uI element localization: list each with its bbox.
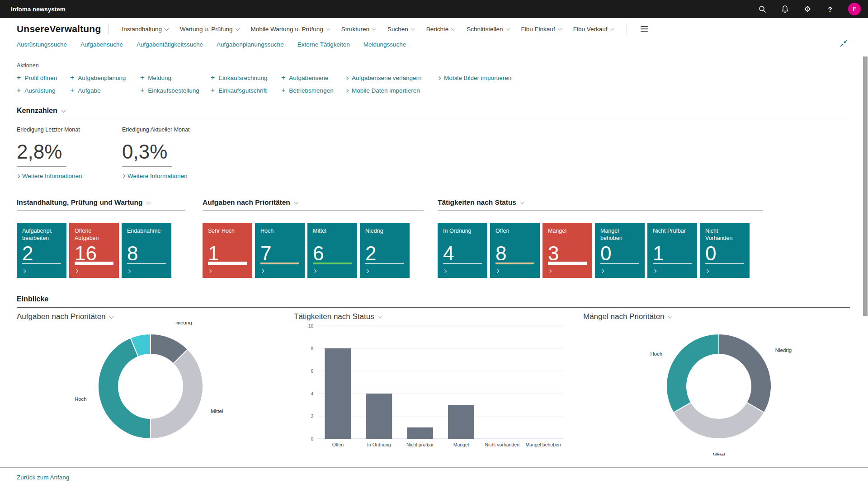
cue-tile-mangel[interactable]: Mangel3	[542, 223, 592, 278]
action-column: +Einkaufsrechnung+Einkaufsgutschrift	[211, 73, 281, 96]
tile-value: 0	[600, 244, 639, 263]
cue-tile-offen[interactable]: Offen8	[490, 223, 540, 278]
action-column: Mobile Bilder importieren	[438, 73, 511, 96]
tile-value: 6	[313, 244, 352, 263]
kennzahlen-header[interactable]: Kennzahlen	[17, 107, 850, 115]
tile-group-header[interactable]: Aufgaben nach Prioritäten	[203, 198, 438, 206]
tile-status-bar	[22, 263, 61, 264]
search-icon[interactable]	[758, 5, 767, 14]
tile-group-title: Instandhaltung, Prüfung und Wartung	[17, 198, 142, 206]
action-einkaufsrechnung[interactable]: +Einkaufsrechnung	[211, 73, 281, 83]
cue-tile-niedrig[interactable]: Niedrig2	[360, 223, 410, 278]
nav-item-label: Fibu Einkauf	[521, 26, 555, 33]
einblicke-title: Einblicke	[17, 295, 48, 303]
action-mobile-daten-importieren[interactable]: Mobile Daten importieren	[345, 85, 438, 96]
nav-item-schnittstellen[interactable]: Schnittstellen	[461, 24, 515, 34]
chevron-right-icon	[443, 269, 447, 273]
tile-label: Niedrig	[365, 227, 404, 242]
nav-item-label: Suchen	[387, 26, 408, 33]
settings-gear-icon[interactable]: ⚙	[803, 5, 812, 14]
actions-label: Aktionen	[17, 62, 850, 69]
main-navigation: UnsereVerwaltung InstandhaltungWartung u…	[0, 18, 868, 38]
action-aufgabe[interactable]: +Aufgabe	[70, 85, 140, 96]
subnav-item-ausrüstungssuche[interactable]: Ausrüstungssuche	[17, 41, 67, 48]
chevron-right-icon	[653, 269, 656, 273]
subnav-item-meldungssuche[interactable]: Meldungssuche	[363, 41, 406, 48]
action-aufgabenserie-verlängern[interactable]: Aufgabenserie verlängern	[345, 73, 438, 83]
nav-item-suchen[interactable]: Suchen	[382, 24, 420, 34]
action-label: Einkaufsgutschrift	[218, 87, 267, 94]
subnav-item-externe-tätigkeiten[interactable]: Externe Tätigkeiten	[297, 41, 350, 48]
subnav-item-aufgabensuche[interactable]: Aufgabensuche	[80, 41, 123, 48]
chevron-right-icon	[208, 269, 212, 273]
cue-tile-in-ordnung[interactable]: In Ordnung4	[438, 223, 487, 278]
tile-row: Sehr Hoch1Hoch7Mittel6Niedrig2	[203, 223, 438, 278]
action-aufgabenserie[interactable]: +Aufgabenserie	[281, 73, 345, 83]
chevron-right-icon	[437, 76, 441, 80]
tile-value: 2	[22, 244, 61, 263]
chart-title[interactable]: Aufgaben nach Prioritäten	[17, 312, 294, 321]
cue-tile-offene-aufgaben[interactable]: Offene Aufgaben16	[69, 223, 119, 278]
cue-tile-endabnahme[interactable]: Endabnahme8	[122, 223, 171, 278]
subnav-item-aufgabenplanungssuche[interactable]: Aufgabenplanungssuche	[217, 41, 284, 48]
nav-item-strukturen[interactable]: Strukturen	[335, 24, 382, 34]
cue-tile-mittel[interactable]: Mittel6	[307, 223, 357, 278]
more-options-hamburger-icon[interactable]	[641, 26, 648, 32]
action-einkaufsbestellung[interactable]: +Einkaufsbestellung	[140, 85, 211, 96]
tile-status-bar	[313, 263, 352, 264]
notifications-bell-icon[interactable]	[780, 5, 789, 14]
help-icon[interactable]: ?	[826, 5, 835, 14]
tile-group-header[interactable]: Instandhaltung, Prüfung und Wartung	[17, 198, 203, 206]
subnav-item-aufgabentätigkeitssuche[interactable]: Aufgabentätigkeitssuche	[137, 41, 203, 48]
kpi-more-info-link[interactable]: Weitere Informationen	[122, 173, 207, 179]
nav-item-fibu-verkauf[interactable]: Fibu Verkauf	[567, 24, 620, 34]
action-betriebsmengen[interactable]: +Betriebsmengen	[281, 85, 345, 96]
chart-title[interactable]: Mängel nach Prioritäten	[583, 312, 850, 321]
chevron-down-icon	[410, 26, 415, 31]
nav-item-instandhaltung[interactable]: Instandhaltung	[116, 24, 174, 34]
tile-status-bar	[705, 263, 744, 264]
chart-title[interactable]: Tätigkeiten nach Status	[294, 312, 583, 321]
cue-tile-mangel-behoben[interactable]: Mangel behoben0	[595, 223, 645, 278]
tile-value: 16	[75, 244, 113, 263]
tile-value: 4	[443, 244, 482, 263]
action-mobile-bilder-importieren[interactable]: Mobile Bilder importieren	[438, 73, 511, 83]
tile-label: Nicht Vorhanden	[705, 227, 744, 242]
cue-tile-nicht-prüfbar[interactable]: Nicht Prüfbar1	[647, 223, 697, 278]
chevron-right-icon	[313, 269, 316, 273]
nav-item-fibu-einkauf[interactable]: Fibu Einkauf	[515, 24, 567, 34]
action-aufgabenplanung[interactable]: +Aufgabenplanung	[70, 73, 140, 83]
svg-text:Nicht prüfbar: Nicht prüfbar	[406, 442, 434, 447]
action-meldung[interactable]: +Meldung	[140, 73, 211, 83]
vertical-scrollbar[interactable]	[863, 56, 868, 316]
bar-chart: 0246810OffenIn OrdnungNicht prüfbarMange…	[294, 322, 583, 455]
company-name[interactable]: UnsereVerwaltung	[17, 23, 101, 34]
chevron-down-icon	[610, 26, 614, 31]
app-title: Infoma newsystem	[11, 6, 66, 13]
collapse-header-icon[interactable]	[839, 39, 848, 50]
kpi-underline	[17, 166, 66, 167]
cue-tile-sehr-hoch[interactable]: Sehr Hoch1	[203, 223, 252, 278]
cue-tile-aufgabenpl-bearbeiten[interactable]: Aufgabenpl. bearbeiten2	[17, 223, 66, 278]
chevron-down-icon	[61, 108, 66, 113]
kpi-row: Erledigung Letzter Monat2,8%Weitere Info…	[17, 126, 850, 179]
plus-icon: +	[211, 87, 215, 94]
cue-tile-nicht-vorhanden[interactable]: Nicht Vorhanden0	[700, 223, 750, 278]
cue-tile-hoch[interactable]: Hoch7	[255, 223, 305, 278]
nav-item-mobile-wartung-u-prüfung[interactable]: Mobile Wartung u. Prüfung	[245, 24, 335, 34]
action-ausrüstung[interactable]: +Ausrüstung	[17, 85, 70, 96]
svg-text:Hoch: Hoch	[650, 351, 662, 357]
back-to-top-link[interactable]: Zurück zum Anfang	[0, 468, 69, 481]
action-profil-öffnen[interactable]: +Profil öffnen	[17, 73, 70, 83]
user-avatar[interactable]: F	[848, 3, 861, 15]
tile-group-header[interactable]: Tätigkeiten nach Status	[438, 198, 772, 206]
chevron-right-icon	[127, 269, 131, 273]
kpi-more-info-link[interactable]: Weitere Informationen	[17, 173, 102, 179]
nav-item-wartung-u-prüfung[interactable]: Wartung u. Prüfung	[174, 24, 245, 34]
nav-divider	[627, 23, 627, 34]
top-app-bar: Infoma newsystem ⚙ ? F	[0, 0, 868, 18]
action-einkaufsgutschrift[interactable]: +Einkaufsgutschrift	[211, 85, 281, 96]
svg-text:4: 4	[311, 391, 313, 396]
nav-item-berichte[interactable]: Berichte	[420, 24, 461, 34]
action-label: Betriebsmengen	[289, 87, 333, 94]
